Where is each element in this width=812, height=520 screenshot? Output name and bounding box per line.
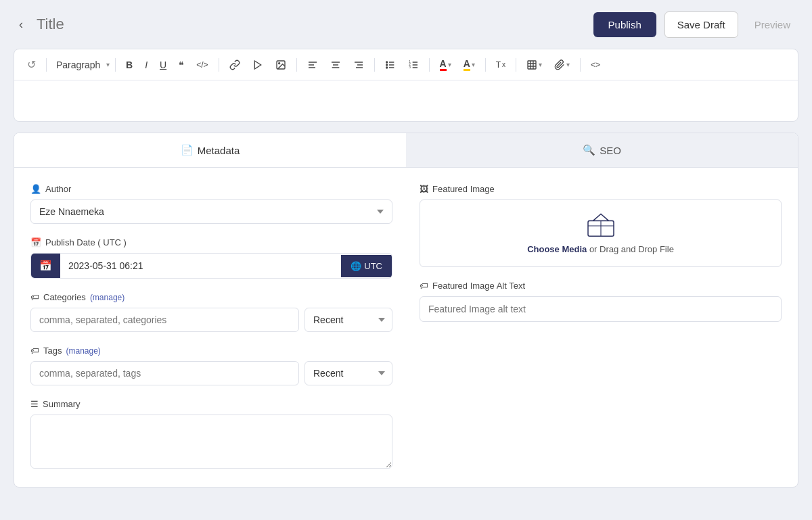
alt-text-input[interactable]: [420, 296, 782, 322]
tab-metadata[interactable]: 📄 Metadata: [14, 133, 406, 167]
highlight-chevron: ▾: [472, 61, 475, 68]
tags-manage-link[interactable]: (manage): [66, 346, 100, 356]
table-button[interactable]: ▾: [522, 56, 547, 74]
tags-field: 🏷 Tags (manage) Recent: [30, 346, 392, 385]
highlight-button[interactable]: A ▾: [459, 55, 480, 74]
video-button[interactable]: [248, 56, 268, 74]
paragraph-chevron: ▾: [106, 61, 110, 68]
align-left-button[interactable]: [302, 56, 323, 74]
font-color-button[interactable]: A ▾: [435, 55, 456, 74]
separator-5: [374, 58, 375, 72]
quote-button[interactable]: ❝: [174, 56, 189, 74]
summary-label: ☰ Summary: [30, 399, 392, 409]
align-right-button[interactable]: [348, 56, 369, 74]
meta-section: 📄 Metadata 🔍 SEO 👤 Author Eze Nnaemeka: [14, 133, 798, 488]
ol-icon: 123: [408, 60, 419, 70]
save-draft-button[interactable]: Save Draft: [664, 11, 738, 38]
separator-9: [580, 58, 581, 72]
ordered-list-button[interactable]: 123: [403, 56, 424, 74]
underline-button[interactable]: U: [155, 56, 171, 74]
featured-image-box[interactable]: Choose Media or Drag and Drop File: [420, 199, 782, 267]
video-icon: [252, 60, 263, 70]
categories-recent-select[interactable]: Recent: [304, 308, 392, 332]
publish-date-label: 📅 Publish Date ( UTC ): [30, 237, 392, 247]
back-button[interactable]: ‹: [14, 15, 28, 34]
tags-row: Recent: [30, 361, 392, 385]
editor-content[interactable]: [14, 80, 798, 121]
attachment-button[interactable]: ▾: [549, 56, 574, 74]
tags-recent-select[interactable]: Recent: [304, 361, 392, 385]
utc-button[interactable]: 🌐 UTC: [341, 255, 392, 277]
separator-3: [219, 58, 219, 72]
seo-tab-label: SEO: [600, 145, 621, 156]
author-label: 👤 Author: [30, 184, 392, 194]
date-calendar-icon: 📅: [31, 254, 60, 278]
separator-1: [46, 58, 47, 72]
editor-wrapper: ↺ Paragraph ▾ B I U ❝ </>: [14, 49, 798, 122]
image-icon: [275, 60, 286, 70]
separator-4: [296, 58, 297, 72]
author-icon: 👤: [30, 184, 41, 194]
paragraph-group: Paragraph ▾: [52, 57, 110, 73]
html-button[interactable]: <>: [586, 57, 605, 73]
publish-date-field: 📅 Publish Date ( UTC ) 📅 🌐 UTC: [30, 237, 392, 279]
table-chevron: ▾: [539, 61, 542, 68]
svg-text:3: 3: [409, 66, 411, 69]
featured-image-text: Choose Media or Drag and Drop File: [527, 244, 674, 254]
table-icon: [526, 60, 537, 70]
align-left-icon: [307, 60, 318, 70]
alt-text-icon: 🏷: [420, 281, 428, 291]
svg-rect-24: [528, 61, 536, 69]
separator-8: [516, 58, 516, 72]
link-button[interactable]: [225, 56, 245, 74]
svg-point-16: [386, 64, 387, 66]
featured-image-icon: 🖼: [420, 184, 428, 194]
publish-button[interactable]: Publish: [593, 12, 656, 37]
undo-button[interactable]: ↺: [22, 55, 41, 74]
featured-image-label: 🖼 Featured Image: [420, 184, 782, 194]
tabs: 📄 Metadata 🔍 SEO: [14, 133, 798, 168]
editor-toolbar: ↺ Paragraph ▾ B I U ❝ </>: [14, 49, 798, 80]
globe-icon: 🌐: [351, 261, 361, 271]
seo-icon: 🔍: [583, 144, 595, 156]
tab-seo[interactable]: 🔍 SEO: [406, 133, 798, 167]
align-right-icon: [353, 60, 364, 70]
font-color-icon: A: [440, 58, 447, 71]
alt-text-label: 🏷 Featured Image Alt Text: [420, 281, 782, 291]
author-select[interactable]: Eze Nnaemeka: [30, 199, 392, 224]
align-center-icon: [330, 60, 341, 70]
tag-icon-categories: 🏷: [30, 292, 39, 302]
categories-field: 🏷 Categories (manage) Recent: [30, 292, 392, 332]
unordered-list-button[interactable]: [380, 56, 401, 74]
code-inline-button[interactable]: </>: [191, 57, 212, 73]
preview-button[interactable]: Preview: [746, 12, 798, 37]
categories-label: 🏷 Categories (manage): [30, 292, 392, 302]
categories-manage-link[interactable]: (manage): [90, 293, 125, 302]
meta-content: 👤 Author Eze Nnaemeka 📅 Publish Date ( U…: [14, 168, 798, 487]
summary-textarea[interactable]: [30, 415, 392, 469]
bold-button[interactable]: B: [121, 56, 137, 74]
svg-point-15: [386, 62, 387, 63]
attachment-chevron: ▾: [566, 61, 570, 68]
title-input[interactable]: [37, 16, 585, 33]
categories-input[interactable]: [30, 308, 299, 332]
align-center-button[interactable]: [325, 56, 346, 74]
link-icon: [229, 60, 240, 70]
tags-input[interactable]: [30, 361, 299, 385]
calendar-icon: 📅: [30, 237, 41, 247]
superscript-button[interactable]: Tx: [491, 57, 510, 73]
paragraph-select[interactable]: Paragraph: [52, 57, 105, 73]
topbar: ‹ Publish Save Draft Preview: [0, 0, 812, 49]
separator-2: [115, 58, 116, 72]
separator-7: [485, 58, 486, 72]
alt-text-field: 🏷 Featured Image Alt Text: [420, 281, 782, 322]
svg-point-17: [386, 67, 387, 68]
date-input-group: 📅 🌐 UTC: [30, 253, 392, 279]
ul-icon: [385, 60, 396, 70]
author-field: 👤 Author Eze Nnaemeka: [30, 184, 392, 224]
image-button[interactable]: [271, 56, 291, 74]
tag-icon-tags: 🏷: [30, 346, 39, 356]
date-input[interactable]: [60, 254, 341, 277]
summary-field: ☰ Summary: [30, 399, 392, 471]
italic-button[interactable]: I: [140, 56, 152, 74]
